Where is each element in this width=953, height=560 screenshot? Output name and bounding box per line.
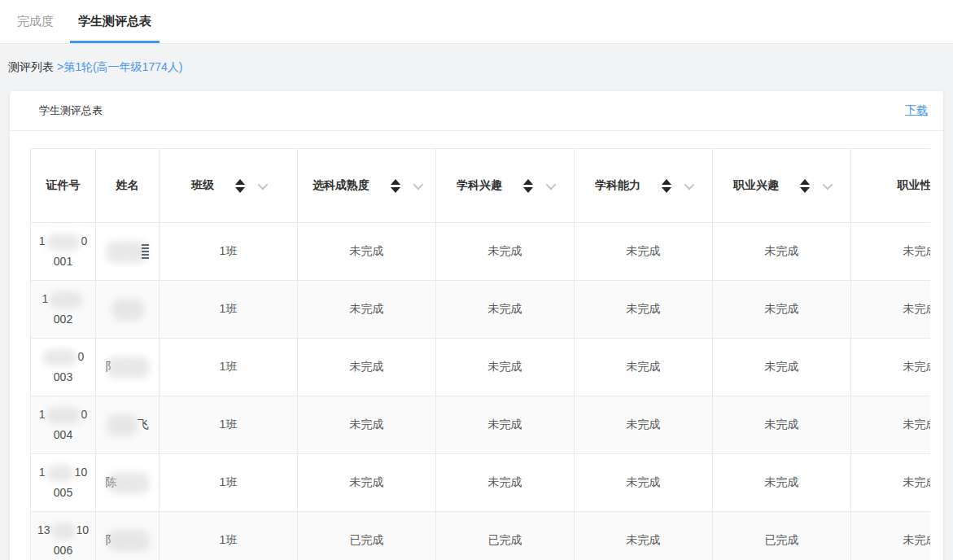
id-line2: 006	[31, 540, 95, 560]
tab-bar: 完成度 学生测评总表	[0, 0, 953, 44]
status-cell-subject-ability: 未完成	[575, 281, 713, 339]
sort-icon[interactable]	[800, 179, 810, 193]
student-evaluation-table: 证件号 姓名 班级 选科成熟度	[30, 148, 930, 560]
id-cell: 10 001	[31, 223, 96, 281]
table-header-row: 证件号 姓名 班级 选科成熟度	[31, 149, 931, 223]
sort-icon[interactable]	[235, 179, 245, 193]
status-cell-career-interest: 未完成	[713, 454, 851, 512]
status-cell-subject-interest: 未完成	[436, 281, 575, 339]
table-row[interactable]: 10 001 1班 未完成 未完成 未完成 未完成 未完成	[31, 223, 931, 281]
status-cell-subject-ability: 未完成	[575, 454, 713, 512]
status-cell-career-interest: 未完成	[713, 281, 851, 339]
status-cell-maturity: 未完成	[298, 281, 436, 339]
id-cell: 110 005	[31, 454, 96, 512]
id-cell: 1 002	[31, 281, 96, 339]
chevron-down-icon[interactable]	[546, 179, 557, 190]
col-header-career-personality: 职业性格	[851, 149, 931, 223]
col-header-class-label: 班级	[191, 178, 214, 193]
name-cell: 陈	[96, 454, 160, 512]
tab-completion[interactable]: 完成度	[9, 0, 62, 43]
tab-student-summary[interactable]: 学生测评总表	[70, 0, 160, 43]
status-cell-career-interest: 未完成	[713, 223, 851, 281]
name-cell: 阝	[96, 512, 160, 560]
name-visible-suffix: 飞	[138, 418, 149, 431]
col-header-maturity-label: 选科成熟度	[313, 178, 369, 193]
id-visible-suffix: 0	[81, 234, 88, 247]
status-cell-career-interest: 未完成	[713, 396, 851, 454]
status-cell-career-personality: 未完成	[851, 223, 931, 281]
table-row[interactable]: 110 005 陈 1班 未完成 未完成 未完成 未完成 未完成	[31, 454, 931, 512]
col-header-career-interest-label: 职业兴趣	[733, 178, 779, 193]
redacted-name-blur	[111, 299, 144, 321]
table-row[interactable]: 10 004 飞 1班 未完成 未完成 未完成 未完成 未完成	[31, 396, 931, 454]
redacted-id-blur	[46, 465, 74, 482]
id-line2: 004	[31, 425, 95, 445]
status-cell-career-personality: 未完成	[851, 339, 931, 396]
status-cell-subject-ability: 未完成	[575, 396, 713, 454]
chevron-down-icon[interactable]	[684, 179, 695, 190]
id-cell: 1310 006	[31, 512, 96, 560]
status-cell-career-interest: 已完成	[713, 512, 851, 560]
name-cell: 阝	[96, 339, 160, 396]
status-cell-maturity: 未完成	[298, 454, 436, 512]
sort-icon[interactable]	[662, 179, 671, 193]
status-cell-subject-interest: 已完成	[436, 512, 575, 560]
status-cell-maturity: 未完成	[298, 396, 436, 454]
status-cell-subject-ability: 未完成	[575, 512, 713, 560]
id-visible-suffix: 0	[78, 350, 85, 363]
redacted-id-blur	[46, 407, 81, 424]
status-cell-career-personality: 未完成	[851, 281, 931, 339]
status-cell-subject-ability: 未完成	[575, 223, 713, 281]
table-row[interactable]: 1 002 1班 未完成 未完成 未完成 未完成 未完成	[31, 281, 931, 339]
table-container: 证件号 姓名 班级 选科成熟度	[30, 148, 930, 560]
redacted-name-blur	[107, 414, 138, 436]
sort-icon[interactable]	[391, 179, 400, 193]
status-cell-career-personality: 未完成	[851, 512, 931, 560]
table-row[interactable]: 1310 006 阝 1班 已完成 已完成 未完成 已完成 未完成	[31, 512, 931, 560]
class-cell: 1班	[160, 396, 298, 454]
name-cell: 飞	[96, 396, 160, 454]
redacted-id-blur	[43, 349, 77, 366]
name-cell	[96, 223, 160, 281]
redacted-id-blur	[51, 523, 76, 540]
name-cell	[96, 281, 160, 339]
status-cell-subject-interest: 未完成	[436, 339, 575, 396]
id-visible-suffix: 0	[81, 408, 88, 421]
class-cell: 1班	[160, 454, 298, 512]
id-visible-suffix: 10	[77, 523, 90, 536]
chevron-down-icon[interactable]	[413, 179, 424, 190]
id-line2: 002	[31, 309, 95, 330]
chevron-down-icon[interactable]	[823, 179, 833, 190]
breadcrumb-round-link[interactable]: >第1轮(高一年级1774人)	[57, 60, 182, 75]
id-line2: 005	[31, 483, 95, 503]
col-header-subject-ability[interactable]: 学科能力	[575, 149, 713, 223]
status-cell-subject-interest: 未完成	[436, 396, 575, 454]
class-cell: 1班	[160, 281, 298, 339]
status-cell-maturity: 未完成	[298, 339, 436, 396]
class-cell: 1班	[160, 512, 298, 560]
class-cell: 1班	[160, 339, 298, 396]
id-line2: 003	[31, 367, 95, 387]
id-cell: 0 003	[31, 339, 96, 396]
id-visible-prefix: 1	[39, 234, 46, 247]
status-cell-subject-interest: 未完成	[436, 223, 575, 281]
table-row[interactable]: 0 003 阝 1班 未完成 未完成 未完成 未完成 未完成	[31, 339, 931, 396]
id-visible-prefix: 1	[39, 466, 46, 479]
sort-icon[interactable]	[523, 179, 533, 193]
card-header: 学生测评总表 下载	[10, 91, 943, 131]
col-header-class[interactable]: 班级	[160, 149, 298, 223]
col-header-maturity[interactable]: 选科成熟度	[298, 149, 436, 223]
id-visible-prefix: 13	[37, 523, 50, 536]
redacted-name-blur	[107, 530, 150, 552]
status-cell-subject-ability: 未完成	[575, 339, 713, 396]
chevron-down-icon[interactable]	[258, 179, 269, 190]
col-header-subject-ability-label: 学科能力	[595, 178, 640, 193]
redacted-name-blur	[107, 472, 150, 494]
col-header-career-interest[interactable]: 职业兴趣	[713, 149, 851, 223]
col-header-subject-interest[interactable]: 学科兴趣	[436, 149, 575, 223]
breadcrumb: 测评列表 >第1轮(高一年级1774人)	[0, 44, 953, 91]
breadcrumb-root[interactable]: 测评列表	[8, 60, 54, 75]
id-visible-suffix: 10	[75, 466, 88, 479]
id-cell: 10 004	[31, 396, 96, 454]
download-link[interactable]: 下载	[905, 103, 928, 118]
